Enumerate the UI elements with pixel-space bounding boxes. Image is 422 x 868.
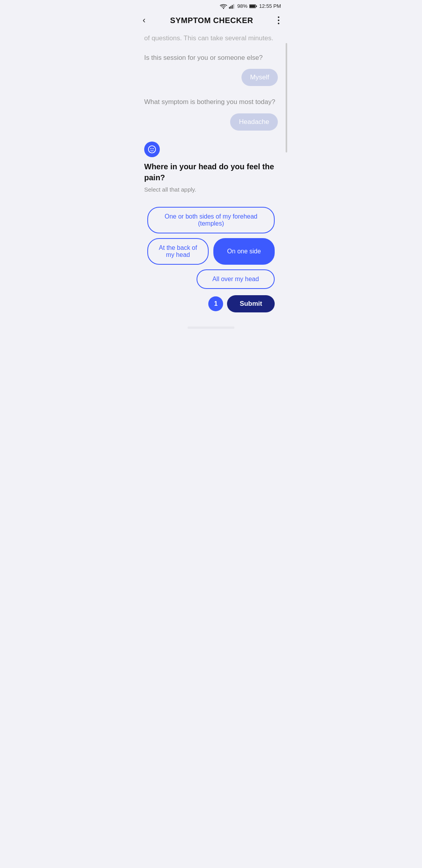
svg-rect-6	[256, 5, 257, 7]
svg-rect-0	[229, 7, 230, 9]
scroll-indicator	[286, 43, 287, 152]
menu-dot-1	[278, 16, 279, 18]
options-row-2: At the back of my head On one side	[147, 238, 275, 265]
option-back-head[interactable]: At the back of my head	[147, 238, 209, 265]
svg-point-9	[152, 148, 154, 149]
option-all-over[interactable]: All over my head	[197, 269, 275, 289]
svg-rect-5	[250, 5, 255, 7]
bot-avatar	[144, 142, 160, 157]
active-question-subtitle: Select all that apply.	[144, 186, 278, 193]
svg-rect-3	[233, 4, 234, 9]
menu-button[interactable]	[276, 15, 281, 26]
svg-point-7	[148, 145, 156, 152]
reply-2-bubble: Headache	[230, 113, 278, 131]
status-bar: 98% 12:55 PM	[135, 0, 287, 11]
reply-1-wrap: Myself	[144, 69, 278, 86]
submit-row: 1 Submit	[144, 295, 278, 312]
options-row-3: All over my head	[147, 269, 275, 289]
app-bar: ‹ SYMPTOM CHECKER	[135, 11, 287, 32]
signal-icon	[229, 4, 235, 9]
svg-rect-2	[232, 5, 233, 9]
options-section: One or both sides of my forehead (temple…	[144, 207, 278, 289]
option-one-side[interactable]: On one side	[213, 238, 275, 265]
battery-icon	[249, 4, 257, 9]
page-title: SYMPTOM CHECKER	[170, 16, 253, 25]
selected-count-badge: 1	[208, 296, 223, 311]
svg-rect-1	[231, 6, 231, 9]
svg-point-8	[150, 148, 152, 149]
bottom-navigation-bar	[188, 326, 234, 329]
submit-button[interactable]: Submit	[227, 295, 275, 312]
reply-1-bubble: Myself	[241, 69, 278, 86]
back-button[interactable]: ‹	[141, 14, 147, 27]
active-question-section: Where in your head do you feel the pain?…	[144, 142, 278, 201]
question-2: What symptom is bothering you most today…	[144, 97, 278, 107]
status-icons: 98% 12:55 PM	[220, 3, 281, 9]
intro-text: of questions. This can take several minu…	[144, 32, 278, 43]
battery-text: 98%	[237, 3, 247, 9]
chat-content: of questions. This can take several minu…	[135, 32, 287, 319]
wifi-icon	[220, 4, 227, 9]
question-1: Is this session for you or someone else?	[144, 53, 278, 63]
reply-2-wrap: Headache	[144, 113, 278, 131]
option-temples[interactable]: One or both sides of my forehead (temple…	[147, 207, 275, 233]
active-question-text: Where in your head do you feel the pain?	[144, 161, 278, 183]
time-text: 12:55 PM	[259, 3, 281, 9]
bot-icon	[148, 145, 156, 154]
menu-dot-2	[278, 20, 279, 21]
menu-dot-3	[278, 23, 279, 24]
